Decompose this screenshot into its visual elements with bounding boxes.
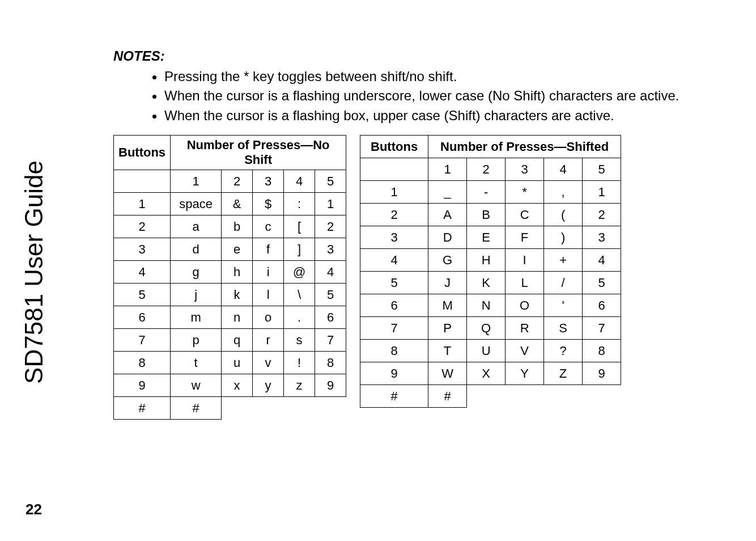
- table-cell: 6: [315, 306, 346, 329]
- table-row: # #: [360, 385, 621, 408]
- table-cell: 8: [360, 340, 428, 362]
- table-cell: 4: [315, 261, 346, 284]
- table-cell: 5: [114, 284, 171, 306]
- table-cell: u: [222, 352, 253, 374]
- table-cell: ): [544, 226, 583, 249]
- table-row: 9WXYZ9: [360, 362, 621, 385]
- table-cell: 6: [360, 294, 428, 317]
- table-cell: c: [253, 215, 284, 238]
- table-cell: A: [428, 204, 467, 226]
- page-content: NOTES: Pressing the * key toggles betwee…: [113, 48, 722, 420]
- table-cell: T: [428, 340, 467, 362]
- table-row: 9wxyz9: [114, 374, 346, 397]
- table-cell: [114, 170, 171, 193]
- table-cell: Y: [506, 362, 544, 385]
- table-cell: 5: [315, 170, 346, 193]
- table-cell: 4: [284, 170, 315, 193]
- table-cell: w: [171, 374, 222, 397]
- table-cell: B: [467, 204, 506, 226]
- table-row: 3def]3: [114, 238, 346, 261]
- table-cell: 2: [583, 204, 621, 226]
- table-cell: 9: [315, 374, 346, 397]
- table-cell: 9: [114, 374, 171, 397]
- table-header-presses: Number of Presses—Shifted: [428, 136, 621, 158]
- table-cell: ': [544, 294, 583, 317]
- table-cell: 1: [428, 158, 467, 181]
- table-cell-empty: [222, 397, 346, 420]
- table-cell: 1: [360, 181, 428, 204]
- table-cell-empty: [467, 385, 621, 408]
- table-cell: y: [253, 374, 284, 397]
- table-cell: @: [284, 261, 315, 284]
- table-cell: &: [222, 193, 253, 215]
- table-cell: 3: [360, 226, 428, 249]
- table-cell: 4: [544, 158, 583, 181]
- table-cell: /: [544, 272, 583, 294]
- notes-heading: NOTES:: [113, 48, 722, 64]
- table-cell: #: [428, 385, 467, 408]
- table-cell: o: [253, 306, 284, 329]
- table-cell: C: [506, 204, 544, 226]
- table-cell: 2: [360, 204, 428, 226]
- table-cell: 7: [583, 317, 621, 340]
- table-cell: L: [506, 272, 544, 294]
- table-cell: m: [171, 306, 222, 329]
- table-cell: s: [284, 329, 315, 352]
- notes-list: Pressing the * key toggles between shift…: [147, 67, 722, 125]
- table-cell: O: [506, 294, 544, 317]
- table-cell: j: [171, 284, 222, 306]
- table-cell: 8: [315, 352, 346, 374]
- table-row: 5JKL/5: [360, 272, 621, 294]
- table-cell: H: [467, 249, 506, 272]
- table-cell: 4: [583, 249, 621, 272]
- table-cell: R: [506, 317, 544, 340]
- table-cell: r: [253, 329, 284, 352]
- table-cell: W: [428, 362, 467, 385]
- table-header-buttons: Buttons: [114, 136, 171, 170]
- table-cell: x: [222, 374, 253, 397]
- table-cell: 3: [583, 226, 621, 249]
- table-cell: k: [222, 284, 253, 306]
- table-cell: 3: [114, 238, 171, 261]
- table-cell: P: [428, 317, 467, 340]
- table-cell: 7: [360, 317, 428, 340]
- table-cell: X: [467, 362, 506, 385]
- table-row: 6mno.6: [114, 306, 346, 329]
- table-cell: $: [253, 193, 284, 215]
- table-cell: E: [467, 226, 506, 249]
- table-row: 1_-*,1: [360, 181, 621, 204]
- table-cell: 7: [114, 329, 171, 352]
- table-cell: z: [284, 374, 315, 397]
- table-cell: 6: [583, 294, 621, 317]
- table-row: 8TUV?8: [360, 340, 621, 362]
- table-cell: \: [284, 284, 315, 306]
- table-cell: d: [171, 238, 222, 261]
- table-cell: I: [506, 249, 544, 272]
- table-row: 4ghi@4: [114, 261, 346, 284]
- note-item: Pressing the * key toggles between shift…: [164, 67, 722, 86]
- table-row: 8tuv!8: [114, 352, 346, 374]
- table-cell: h: [222, 261, 253, 284]
- table-row: 4GHI+4: [360, 249, 621, 272]
- table-row: 3DEF)3: [360, 226, 621, 249]
- table-header-presses: Number of Presses—No Shift: [171, 136, 346, 170]
- table-cell: n: [222, 306, 253, 329]
- table-cell: 5: [360, 272, 428, 294]
- table-row: 2abc[2: [114, 215, 346, 238]
- table-cell: v: [253, 352, 284, 374]
- table-cell: 4: [114, 261, 171, 284]
- table-cell: f: [253, 238, 284, 261]
- table-cell: N: [467, 294, 506, 317]
- table-cell: F: [506, 226, 544, 249]
- table-cell: 1: [171, 170, 222, 193]
- table-cell: e: [222, 238, 253, 261]
- table-cell: 1: [114, 193, 171, 215]
- table-cell: q: [222, 329, 253, 352]
- table-cell: M: [428, 294, 467, 317]
- table-cell: 5: [583, 158, 621, 181]
- table-cell: 1: [315, 193, 346, 215]
- table-cell: a: [171, 215, 222, 238]
- table-cell: 5: [315, 284, 346, 306]
- note-item: When the cursor is a flashing underscore…: [164, 87, 722, 105]
- page-number: 22: [26, 501, 42, 518]
